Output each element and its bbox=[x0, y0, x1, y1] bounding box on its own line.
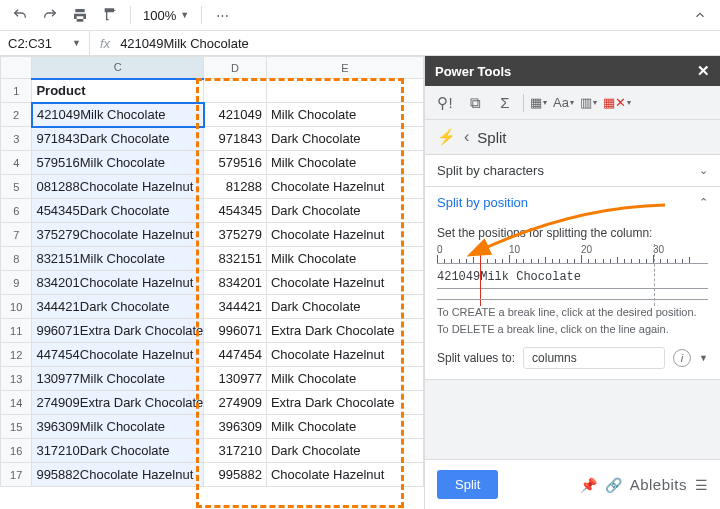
row-header[interactable]: 2 bbox=[1, 103, 32, 127]
cell[interactable]: 130977 bbox=[204, 367, 267, 391]
cell[interactable]: Milk Chocolate bbox=[266, 367, 423, 391]
tool-icon[interactable]: ⧉ bbox=[463, 94, 487, 112]
col-header-e[interactable]: E bbox=[266, 57, 423, 79]
cell[interactable]: Chocolate Hazelnut bbox=[266, 271, 423, 295]
cell[interactable]: Product bbox=[32, 79, 204, 103]
row-header[interactable]: 1 bbox=[1, 79, 32, 103]
row-header[interactable]: 13 bbox=[1, 367, 32, 391]
tool-dropdown[interactable]: ▦✕▾ bbox=[603, 95, 631, 110]
cell[interactable]: 421049Milk Chocolate bbox=[32, 103, 204, 127]
cell[interactable]: 447454Chocolate Hazelnut bbox=[32, 343, 204, 367]
cell[interactable]: 396309Milk Chocolate bbox=[32, 415, 204, 439]
formula-value[interactable]: 421049Milk Chocolate bbox=[120, 36, 249, 51]
cell[interactable]: 274909Extra Dark Chocolate bbox=[32, 391, 204, 415]
split-button[interactable]: Split bbox=[437, 470, 498, 499]
row-header[interactable]: 9 bbox=[1, 271, 32, 295]
cell[interactable]: 971843 bbox=[204, 127, 267, 151]
cell[interactable]: 274909 bbox=[204, 391, 267, 415]
row-header[interactable]: 15 bbox=[1, 415, 32, 439]
cell[interactable]: Milk Chocolate bbox=[266, 415, 423, 439]
tool-icon[interactable]: ⚲! bbox=[433, 94, 457, 112]
cell[interactable]: 344421 bbox=[204, 295, 267, 319]
row-header[interactable]: 3 bbox=[1, 127, 32, 151]
cell-reference-box[interactable]: C2:C31▼ bbox=[0, 31, 90, 55]
cell[interactable]: 834201Chocolate Hazelnut bbox=[32, 271, 204, 295]
row-header[interactable]: 11 bbox=[1, 319, 32, 343]
corner-cell[interactable] bbox=[1, 57, 32, 79]
row-header[interactable]: 12 bbox=[1, 343, 32, 367]
cell[interactable]: Extra Dark Chocolate bbox=[266, 319, 423, 343]
back-button[interactable]: ‹ bbox=[464, 128, 469, 146]
row-header[interactable]: 5 bbox=[1, 175, 32, 199]
cell[interactable]: Chocolate Hazelnut bbox=[266, 343, 423, 367]
cell[interactable]: 421049 bbox=[204, 103, 267, 127]
bolt-icon[interactable]: ⚡ bbox=[437, 128, 456, 146]
cell[interactable]: Extra Dark Chocolate bbox=[266, 391, 423, 415]
close-icon[interactable]: ✕ bbox=[697, 62, 710, 80]
cell[interactable]: Chocolate Hazelnut bbox=[266, 463, 423, 487]
position-ruler[interactable]: 0102030 421049Milk Chocolate bbox=[437, 244, 708, 300]
cell[interactable]: 834201 bbox=[204, 271, 267, 295]
cell[interactable]: Dark Chocolate bbox=[266, 199, 423, 223]
tool-dropdown[interactable]: Aa▾ bbox=[553, 95, 574, 110]
cell[interactable]: 995882Chocolate Hazelnut bbox=[32, 463, 204, 487]
cell[interactable]: Chocolate Hazelnut bbox=[266, 223, 423, 247]
cell[interactable]: 971843Dark Chocolate bbox=[32, 127, 204, 151]
cell[interactable]: Milk Chocolate bbox=[266, 103, 423, 127]
link-icon[interactable]: 🔗 bbox=[605, 477, 622, 493]
row-header[interactable]: 16 bbox=[1, 439, 32, 463]
tool-icon[interactable]: Σ bbox=[493, 94, 517, 111]
cell[interactable]: 454345Dark Chocolate bbox=[32, 199, 204, 223]
cell[interactable]: 130977Milk Chocolate bbox=[32, 367, 204, 391]
cell[interactable]: 832151 bbox=[204, 247, 267, 271]
cell[interactable]: 996071 bbox=[204, 319, 267, 343]
cell[interactable]: 81288 bbox=[204, 175, 267, 199]
cell[interactable]: 081288Chocolate Hazelnut bbox=[32, 175, 204, 199]
cell[interactable] bbox=[266, 79, 423, 103]
cell[interactable]: Dark Chocolate bbox=[266, 439, 423, 463]
collapse-toolbar-icon[interactable] bbox=[688, 3, 712, 27]
col-header-d[interactable]: D bbox=[204, 57, 267, 79]
cell[interactable]: Dark Chocolate bbox=[266, 127, 423, 151]
col-header-c[interactable]: C bbox=[32, 57, 204, 79]
row-header[interactable]: 17 bbox=[1, 463, 32, 487]
cell[interactable]: 375279 bbox=[204, 223, 267, 247]
row-header[interactable]: 8 bbox=[1, 247, 32, 271]
split-to-select[interactable]: columns bbox=[523, 347, 665, 369]
paint-format-icon[interactable] bbox=[98, 3, 122, 27]
cell[interactable]: Milk Chocolate bbox=[266, 151, 423, 175]
more-icon[interactable]: ⋯ bbox=[210, 3, 234, 27]
print-icon[interactable] bbox=[68, 3, 92, 27]
zoom-select[interactable]: 100%▼ bbox=[139, 8, 193, 23]
redo-icon[interactable] bbox=[38, 3, 62, 27]
row-header[interactable]: 6 bbox=[1, 199, 32, 223]
cell[interactable]: 996071Extra Dark Chocolate bbox=[32, 319, 204, 343]
spreadsheet[interactable]: C D E 1Product2421049Milk Chocolate42104… bbox=[0, 56, 424, 509]
row-header[interactable]: 7 bbox=[1, 223, 32, 247]
section-split-by-characters[interactable]: Split by characters⌄ bbox=[425, 154, 720, 187]
menu-icon[interactable]: ☰ bbox=[695, 477, 708, 493]
cell[interactable]: 375279Chocolate Hazelnut bbox=[32, 223, 204, 247]
cell[interactable]: 454345 bbox=[204, 199, 267, 223]
cell[interactable] bbox=[204, 79, 267, 103]
row-header[interactable]: 4 bbox=[1, 151, 32, 175]
cell[interactable]: 317210Dark Chocolate bbox=[32, 439, 204, 463]
cell[interactable]: 344421Dark Chocolate bbox=[32, 295, 204, 319]
cell[interactable]: 995882 bbox=[204, 463, 267, 487]
cell[interactable]: 832151Milk Chocolate bbox=[32, 247, 204, 271]
cell[interactable]: 579516 bbox=[204, 151, 267, 175]
tool-dropdown[interactable]: ▦▾ bbox=[530, 95, 547, 110]
cell[interactable]: Milk Chocolate bbox=[266, 247, 423, 271]
row-header[interactable]: 14 bbox=[1, 391, 32, 415]
cell[interactable]: 396309 bbox=[204, 415, 267, 439]
row-header[interactable]: 10 bbox=[1, 295, 32, 319]
section-header[interactable]: Split by position⌃ bbox=[425, 187, 720, 218]
cell[interactable]: Dark Chocolate bbox=[266, 295, 423, 319]
cell[interactable]: 579516Milk Chocolate bbox=[32, 151, 204, 175]
cell[interactable]: Chocolate Hazelnut bbox=[266, 175, 423, 199]
undo-icon[interactable] bbox=[8, 3, 32, 27]
cell[interactable]: 447454 bbox=[204, 343, 267, 367]
tool-dropdown[interactable]: ▥▾ bbox=[580, 95, 597, 110]
pin-icon[interactable]: 📌 bbox=[580, 477, 597, 493]
cell[interactable]: 317210 bbox=[204, 439, 267, 463]
